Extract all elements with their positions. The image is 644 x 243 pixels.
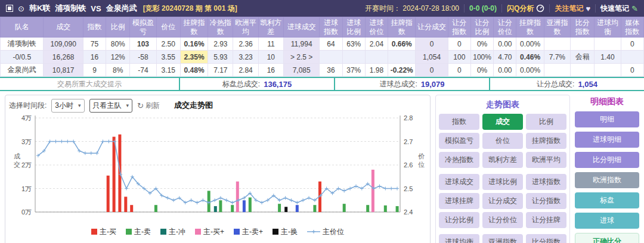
total-label: 进球总成交: — [379, 79, 417, 89]
odds-cell: 7.7% — [544, 51, 570, 64]
legend-item[interactable]: 主-买 — [91, 227, 116, 237]
detail-chart-button[interactable]: 比分明细 — [575, 152, 639, 168]
detail-chart-button[interactable]: 明细 — [575, 111, 639, 127]
odds-cell: 0.00% — [516, 64, 544, 77]
svg-text:2.8: 2.8 — [404, 114, 413, 122]
legend-item[interactable]: 主-卖+ — [234, 227, 263, 237]
trend-chart-button[interactable]: 亚洲指数 — [482, 234, 523, 243]
total-value: 1,054 — [578, 80, 597, 89]
vs-label: VS — [91, 4, 101, 13]
gauge-icon — [536, 4, 544, 13]
svg-text:交: 交 — [14, 161, 20, 168]
legend-label: 主-卖+ — [242, 227, 263, 237]
odds-cell — [595, 64, 621, 77]
legend-swatch — [91, 229, 97, 235]
odds-cell: 80% — [106, 38, 130, 51]
legend-swatch — [195, 229, 201, 235]
trend-panel: 走势图表 指数成交比例模拟盈亏价位挂牌指数冷热指数凯利方差欧洲平均进球成交进球比… — [435, 95, 570, 243]
odds-cell: 0 — [621, 64, 643, 77]
odds-cell — [320, 51, 342, 64]
trend-chart: 4万2.83万2.72万2.61万2.50万2.4成交价位 — [9, 113, 426, 224]
detail-chart-button[interactable]: 标盘 — [575, 192, 639, 208]
trend-chart-button[interactable]: 让分指数 — [526, 193, 566, 209]
detail-chart-button[interactable]: 正确比分 — [575, 233, 639, 243]
detail-chart-button[interactable]: 欧洲指数 — [575, 172, 639, 188]
odds-cell: 2.84 — [233, 64, 258, 77]
legend-item[interactable]: 主-买+ — [195, 227, 224, 237]
legend-swatch — [160, 229, 166, 235]
column-header: 凯利方差 — [258, 17, 283, 38]
odds-cell: 0.16% — [180, 38, 208, 51]
total-label: 让分总成交: — [537, 79, 574, 89]
odds-cell: 浦项制铁 — [1, 38, 44, 51]
odds-cell — [621, 51, 643, 64]
odds-cell: 10,817 — [44, 64, 83, 77]
odds-cell: 3.55 — [156, 51, 180, 64]
divider — [595, 4, 596, 13]
team-filter-value: 只看主队 — [93, 101, 122, 111]
odds-cell: 16,268 — [44, 51, 83, 64]
odds-cell: 5.93 — [208, 51, 233, 64]
trend-chart-button[interactable]: 模拟盈亏 — [439, 133, 479, 149]
odds-cell: 0.66% — [388, 38, 416, 51]
legend-label: 主价位 — [323, 227, 344, 237]
detail-panel-title: 明细图表 — [575, 95, 639, 107]
refresh-icon: ↻ — [137, 101, 144, 110]
trend-chart-button[interactable]: 成交 — [482, 114, 523, 130]
trend-chart-button[interactable]: 比分指数 — [526, 234, 566, 243]
period-label: 选择时间段: — [9, 101, 47, 111]
trend-chart-button[interactable]: 比例 — [526, 114, 566, 130]
flash-q-button[interactable]: 闪Q分析 — [507, 4, 544, 14]
legend-item[interactable]: 主价位 — [307, 227, 344, 237]
odds-cell: 0.00 — [494, 64, 516, 77]
trend-chart-button[interactable]: 进球均衡 — [439, 234, 479, 243]
detail-chart-button[interactable]: 进球明细 — [575, 132, 639, 148]
trend-button-groups: 指数成交比例模拟盈亏价位挂牌指数冷热指数凯利方差欧洲平均进球成交进球比例进球指数… — [439, 114, 566, 243]
odds-cell: 11,994 — [284, 38, 320, 51]
trend-chart-button[interactable]: 进球挂牌 — [439, 193, 479, 209]
svg-text:2.5: 2.5 — [404, 185, 413, 192]
trend-chart-button[interactable]: 欧洲平均 — [526, 152, 566, 168]
home-team-name: 浦项制铁 — [55, 3, 86, 14]
odds-cell: 0.46% — [516, 51, 544, 64]
total-label: 标盘总成交: — [222, 79, 260, 89]
trend-chart-button[interactable]: 让分成交 — [482, 193, 523, 209]
svg-text:3万: 3万 — [21, 138, 32, 145]
trend-chart-button[interactable]: 进球成交 — [439, 174, 479, 190]
period-select[interactable]: 3小时 ▾ — [51, 99, 84, 113]
trend-chart-button[interactable]: 让分挂牌 — [526, 212, 566, 228]
svg-text:4万: 4万 — [21, 114, 32, 122]
divider — [501, 4, 502, 13]
trend-chart-button[interactable]: 指数 — [439, 114, 479, 130]
trend-chart-button[interactable]: 凯利方差 — [482, 152, 523, 168]
stop-icon[interactable] — [6, 5, 13, 12]
odds-cell: 12% — [106, 51, 130, 64]
legend-item[interactable]: 主-换 — [273, 227, 298, 237]
odds-cell: 16 — [83, 51, 106, 64]
detail-chart-button[interactable]: 进球 — [575, 213, 639, 229]
away-team-name: 金泉尚武 — [106, 3, 137, 14]
odds-cell: 36 — [320, 64, 342, 77]
column-header: 进球价位 — [365, 17, 388, 38]
quick-note-button[interactable]: 快速笔记 ✎ — [600, 4, 638, 14]
trend-chart-button[interactable]: 冷热指数 — [439, 152, 479, 168]
trend-chart-button[interactable]: 进球指数 — [526, 174, 566, 190]
trend-chart-button[interactable]: 让分比例 — [439, 212, 479, 228]
refresh-button[interactable]: ↻ 刷新 — [137, 101, 160, 111]
team-filter-select[interactable]: 只看主队 ▾ — [89, 99, 133, 113]
odds-cell: 2.36 — [233, 38, 258, 51]
trend-chart-button[interactable]: 让分价位 — [482, 212, 523, 228]
trend-chart-button[interactable]: 挂牌指数 — [526, 133, 566, 149]
legend-swatch — [126, 229, 132, 235]
trend-chart-button[interactable]: 价位 — [482, 133, 523, 149]
legend-swatch — [273, 229, 278, 235]
svg-text:价: 价 — [418, 152, 425, 160]
follow-note-button[interactable]: 关注笔记 ♥ — [555, 4, 590, 14]
legend-item[interactable]: 主-卖 — [126, 227, 151, 237]
odds-cell: 1,054 — [416, 51, 448, 64]
legend-item[interactable]: 主-冲 — [160, 227, 185, 237]
odds-cell: 3.23 — [233, 51, 258, 64]
detail-panel: 明细图表 明细进球明细比分明细欧洲指数标盘进球正确比分 — [575, 95, 639, 243]
total-segment: 进球总成交:19,079 — [334, 78, 489, 90]
trend-chart-button[interactable]: 进球比例 — [482, 174, 523, 190]
